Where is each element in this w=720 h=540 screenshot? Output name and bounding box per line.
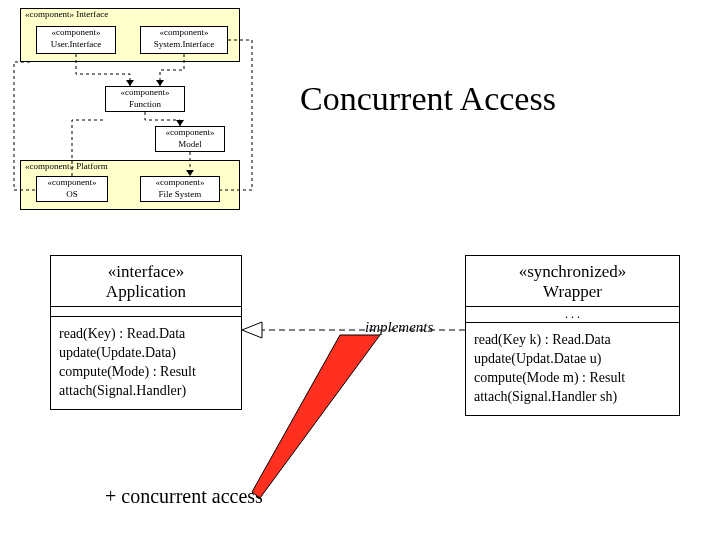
stereo: «component» bbox=[37, 177, 107, 189]
name: File System bbox=[141, 189, 219, 201]
concurrent-access-label: + concurrent access bbox=[105, 485, 263, 508]
component-function: «component» Function bbox=[105, 86, 185, 112]
wrapper-mid: . . . bbox=[466, 307, 679, 323]
svg-marker-5 bbox=[242, 322, 262, 338]
op: compute(Mode) : Result bbox=[59, 363, 233, 382]
page-title: Concurrent Access bbox=[300, 80, 556, 118]
op: update(Update.Data) bbox=[59, 344, 233, 363]
wrapper-ops: read(Key k) : Read.Data update(Updat.Dat… bbox=[466, 323, 679, 415]
component-model: «component» Model bbox=[155, 126, 225, 152]
stereo: «component» bbox=[141, 177, 219, 189]
wrapper-class-box: «synchronized» Wrapper . . . read(Key k)… bbox=[465, 255, 680, 416]
name: Model bbox=[156, 139, 224, 151]
op: read(Key k) : Read.Data bbox=[474, 331, 671, 350]
stereo: «component» bbox=[106, 87, 184, 99]
interface-class-box: «interface» Application read(Key) : Read… bbox=[50, 255, 242, 410]
interface-name: Application bbox=[55, 282, 237, 302]
op: read(Key) : Read.Data bbox=[59, 325, 233, 344]
stereo: «component» bbox=[141, 27, 227, 39]
component-user-interface: «component» User.Interface bbox=[36, 26, 116, 54]
component-system-interface: «component» System.Interface bbox=[140, 26, 228, 54]
op: compute(Mode m) : Result bbox=[474, 369, 671, 388]
name: System.Interface bbox=[141, 39, 227, 51]
interface-ops: read(Key) : Read.Data update(Update.Data… bbox=[51, 317, 241, 409]
label-platform-outer: «component» Platform bbox=[21, 161, 239, 173]
stereo: «component» bbox=[37, 27, 115, 39]
wrapper-name: Wrapper bbox=[470, 282, 675, 302]
interface-head: «interface» Application bbox=[51, 256, 241, 307]
op: attach(Signal.Handler) bbox=[59, 382, 233, 401]
label-interface-outer: «component» Interface bbox=[21, 9, 239, 21]
wrapper-stereo: «synchronized» bbox=[470, 262, 675, 282]
svg-marker-6 bbox=[252, 335, 380, 498]
name: OS bbox=[37, 189, 107, 201]
arrow-shape bbox=[252, 335, 380, 498]
stereo: «component» bbox=[156, 127, 224, 139]
implements-label: implements bbox=[365, 319, 433, 336]
component-os: «component» OS bbox=[36, 176, 108, 202]
op: update(Updat.Datae u) bbox=[474, 350, 671, 369]
name: Function bbox=[106, 99, 184, 111]
component-filesystem: «component» File System bbox=[140, 176, 220, 202]
interface-stereo: «interface» bbox=[55, 262, 237, 282]
interface-mid bbox=[51, 307, 241, 317]
name: User.Interface bbox=[37, 39, 115, 51]
op: attach(Signal.Handler sh) bbox=[474, 388, 671, 407]
wrapper-head: «synchronized» Wrapper bbox=[466, 256, 679, 307]
